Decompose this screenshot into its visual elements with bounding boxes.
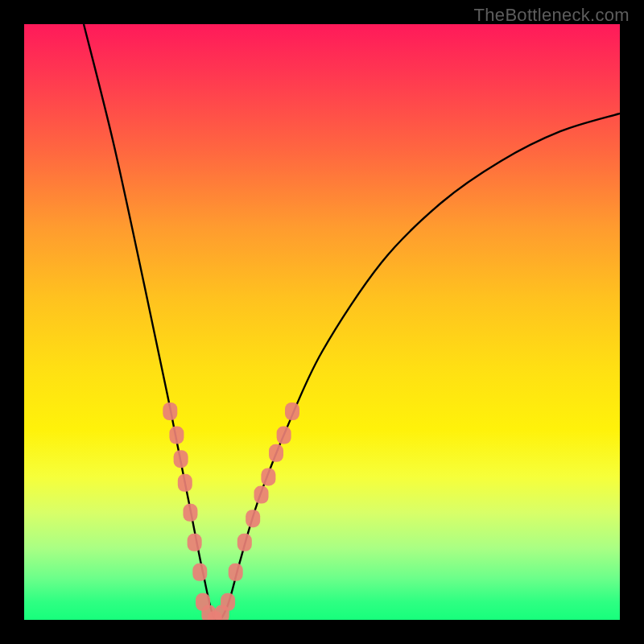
- data-point: [254, 486, 269, 504]
- data-points-bottom: [196, 593, 235, 620]
- data-point: [229, 564, 243, 581]
- data-point: [221, 593, 235, 611]
- plot-area: [24, 24, 620, 620]
- data-point: [183, 504, 197, 522]
- data-point: [169, 427, 184, 444]
- data-point: [174, 450, 188, 468]
- data-point: [261, 468, 275, 485]
- chart-frame: TheBottleneck.com: [0, 0, 644, 644]
- bottleneck-curve: [84, 24, 620, 620]
- data-points-left-arm: [163, 402, 207, 581]
- data-points-right-arm: [229, 402, 299, 581]
- data-point: [277, 427, 291, 444]
- data-point: [269, 444, 283, 462]
- data-point: [285, 402, 299, 420]
- data-point: [178, 474, 192, 492]
- data-point: [188, 534, 202, 551]
- data-point: [163, 402, 177, 420]
- data-point: [237, 534, 252, 551]
- data-point: [246, 510, 260, 527]
- chart-svg: [24, 24, 620, 620]
- watermark-text: TheBottleneck.com: [474, 5, 630, 26]
- data-point: [192, 564, 207, 581]
